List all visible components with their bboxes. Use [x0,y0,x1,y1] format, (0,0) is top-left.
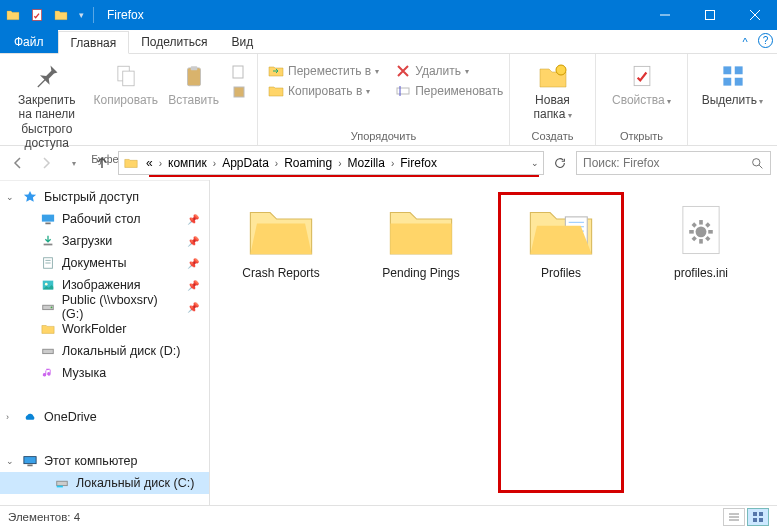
qat-newfolder-icon[interactable] [50,4,72,26]
details-view-button[interactable] [723,508,745,526]
properties-button[interactable]: Свойства [608,58,675,109]
close-button[interactable] [732,0,777,30]
file-tab[interactable]: Файл [0,30,58,53]
nav-downloads[interactable]: Загрузки📌 [0,230,209,252]
svg-line-49 [693,237,696,240]
nav-desktop[interactable]: Рабочий стол📌 [0,208,209,230]
item-count: Элементов: 4 [8,511,80,523]
paste-icon [178,60,210,92]
pin-to-quick-access-button[interactable]: Закрепить на панели быстрого доступа [6,58,88,153]
drive-icon [54,475,70,491]
svg-line-20 [759,165,762,168]
search-input[interactable] [577,156,744,170]
delete-icon [395,63,411,79]
breadcrumb-seg[interactable]: компик [164,152,211,174]
move-to-button[interactable]: Переместить в [264,61,383,81]
svg-point-13 [556,65,566,75]
nav-drive-c[interactable]: Локальный диск (C:) [0,472,209,494]
titlebar: ▾ Firefox [0,0,777,30]
nav-this-pc[interactable]: ⌄Этот компьютер [0,450,209,472]
copy-to-button[interactable]: Копировать в [264,81,383,101]
recent-locations-button[interactable]: ▾ [62,151,86,175]
select-button[interactable]: Выделить [698,58,768,109]
forward-button[interactable] [34,151,58,175]
pin-icon: 📌 [187,214,199,225]
downloads-icon [40,233,56,249]
svg-rect-9 [233,66,243,78]
qat-customize-icon[interactable]: ▾ [74,10,88,20]
list-item[interactable]: profiles.ini [640,194,762,491]
pc-icon [22,453,38,469]
file-list[interactable]: Crash Reports Pending Pings Profiles pro… [210,180,777,505]
ribbon-tabs: Файл Главная Поделиться Вид ^ ? [0,30,777,54]
pin-icon: 📌 [187,236,199,247]
svg-line-50 [706,224,709,227]
svg-rect-22 [45,223,50,225]
svg-rect-55 [759,512,763,516]
new-folder-icon [537,60,569,92]
minimize-button[interactable] [642,0,687,30]
qat-properties-icon[interactable] [26,4,48,26]
qat-folder-icon[interactable] [2,4,24,26]
breadcrumb-seg[interactable]: Roaming [280,152,336,174]
tab-share[interactable]: Поделиться [129,30,219,53]
svg-rect-14 [634,66,650,85]
nav-documents[interactable]: Документы📌 [0,252,209,274]
svg-rect-54 [753,512,757,516]
svg-point-28 [45,283,48,286]
svg-line-47 [693,224,696,227]
breadcrumb-dropdown[interactable]: ⌄ [527,152,543,174]
maximize-button[interactable] [687,0,732,30]
refresh-button[interactable] [548,151,572,175]
copy-button[interactable]: Копировать [90,58,163,109]
svg-rect-16 [734,66,742,74]
nav-quick-access[interactable]: ⌄Быстрый доступ [0,186,209,208]
back-button[interactable] [6,151,30,175]
svg-rect-7 [187,68,200,86]
svg-line-48 [706,237,709,240]
folder-icon [40,321,56,337]
rename-button[interactable]: Переименовать [391,81,507,101]
new-folder-button[interactable]: Новая папка [529,58,575,124]
nav-workfolder[interactable]: WorkFolder [0,318,209,340]
svg-rect-33 [27,465,32,467]
list-item[interactable]: Profiles [500,194,622,491]
svg-point-30 [51,307,53,309]
nav-drive-d[interactable]: Локальный диск (D:) [0,340,209,362]
search-box[interactable] [576,151,771,175]
up-button[interactable] [90,151,114,175]
tab-home[interactable]: Главная [58,31,130,54]
tab-view[interactable]: Вид [219,30,265,53]
svg-rect-11 [397,88,409,94]
list-item[interactable]: Pending Pings [360,194,482,491]
breadcrumb-seg[interactable]: Mozilla [344,152,389,174]
onedrive-icon [22,409,38,425]
help-icon[interactable]: ? [758,33,773,48]
pictures-icon [40,277,56,293]
paste-shortcut-icon[interactable] [227,82,251,102]
svg-rect-56 [753,518,757,522]
breadcrumb-overflow[interactable]: « [142,152,157,174]
nav-netdrive[interactable]: Public (\\vboxsrv) (G:)📌 [0,296,209,318]
list-item[interactable]: Crash Reports [220,194,342,491]
pin-icon: 📌 [187,258,199,269]
nav-music[interactable]: Музыка [0,362,209,384]
breadcrumb[interactable]: «› компик› AppData› Roaming› Mozilla› Fi… [118,151,544,175]
paste-button[interactable]: Вставить [164,58,223,109]
svg-rect-10 [234,87,244,97]
icons-view-button[interactable] [747,508,769,526]
nav-onedrive[interactable]: ›OneDrive [0,406,209,428]
breadcrumb-seg[interactable]: AppData [218,152,273,174]
star-icon [22,189,38,205]
svg-rect-34 [57,481,68,485]
folder-icon [122,154,140,172]
search-icon[interactable] [744,152,770,174]
properties-icon [626,60,658,92]
ribbon-collapse-icon[interactable]: ^ [736,33,754,51]
organize-group-label: Упорядочить [258,130,509,145]
breadcrumb-seg[interactable]: Firefox [396,152,441,174]
select-icon [717,60,749,92]
folder-icon [385,200,457,260]
copy-path-icon[interactable] [227,62,251,82]
delete-button[interactable]: Удалить [391,61,507,81]
